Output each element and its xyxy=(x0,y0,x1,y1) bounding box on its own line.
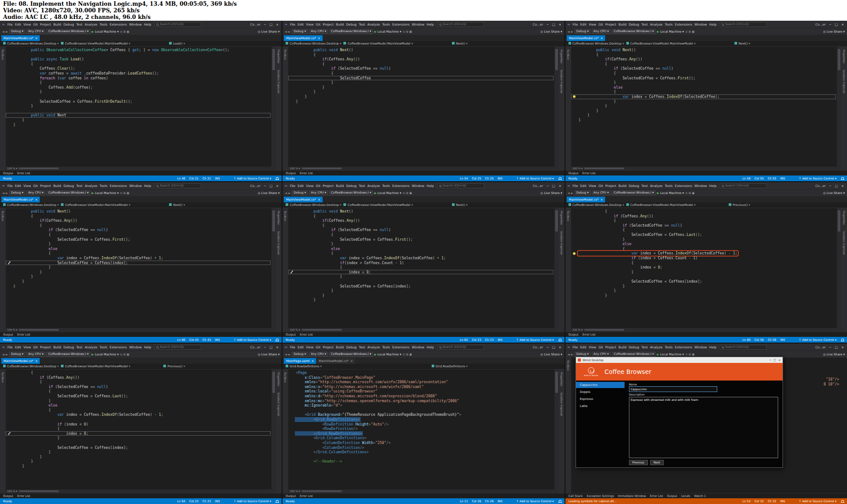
minimize-button[interactable]: ─ xyxy=(828,184,833,188)
vertical-scrollbar[interactable] xyxy=(271,47,276,167)
navigate-forward-icon[interactable]: ► xyxy=(6,30,8,34)
close-tab-icon[interactable]: × xyxy=(600,36,603,41)
menu-view[interactable]: View xyxy=(22,22,32,26)
menu-edit[interactable]: Edit xyxy=(579,345,587,349)
panel-tab-solution-explorer[interactable]: Solution Explorer xyxy=(277,70,280,93)
maximize-button[interactable]: □ xyxy=(833,22,839,26)
previous-button[interactable]: Previous xyxy=(629,460,648,465)
panel-tab-solution-explorer[interactable]: Solution Explorer xyxy=(560,392,563,416)
vertical-scrollbar[interactable] xyxy=(271,370,276,489)
add-to-source-control-button[interactable]: ↑ Add to Source Control ▾ xyxy=(799,177,836,180)
add-to-source-control-button[interactable]: ↑ Add to Source Control ▾ xyxy=(233,338,271,342)
startup-project-dropdown[interactable]: CoffeeBrowser.Windows.I ▾ xyxy=(46,352,90,357)
menu-view[interactable]: View xyxy=(587,184,597,188)
menu-build[interactable]: Build xyxy=(335,345,345,349)
menu-analyze[interactable]: Analyze xyxy=(366,22,381,26)
notifications-bell-icon[interactable] xyxy=(841,177,844,179)
menu-build[interactable]: Build xyxy=(617,22,628,26)
scrollbar-thumb[interactable] xyxy=(555,372,558,393)
panel-tab-toolbox[interactable]: Toolbox xyxy=(284,49,287,60)
configuration-dropdown[interactable]: Debug ▾ xyxy=(575,352,591,357)
breadcrumb-item[interactable]: Next() ▾ xyxy=(452,42,468,45)
minimize-button[interactable]: ─ xyxy=(262,345,267,349)
navigate-forward-icon[interactable]: ► xyxy=(571,191,573,195)
add-to-source-control-button[interactable]: ↑ Add to Source Control ▾ xyxy=(799,500,836,503)
document-tab[interactable]: MainViewModel.cs*× xyxy=(1,35,40,41)
scrollbar-thumb[interactable] xyxy=(272,49,275,70)
menu-file[interactable]: File xyxy=(572,184,579,188)
menu-tools[interactable]: Tools xyxy=(664,22,674,26)
menu-project[interactable]: Project xyxy=(322,345,335,349)
panel-tab[interactable]: Output xyxy=(286,333,296,336)
menu-tools[interactable]: Tools xyxy=(664,184,674,188)
panel-tab-properties[interactable]: Properties xyxy=(560,49,563,63)
panel-tab[interactable]: Output xyxy=(286,172,296,175)
menu-debug[interactable]: Debug xyxy=(62,345,75,349)
scrollbar-thumb[interactable] xyxy=(555,210,558,231)
maximize-button[interactable]: □ xyxy=(268,345,275,349)
panel-tab-solution-explorer[interactable]: Solution Explorer xyxy=(277,392,280,416)
menu-project[interactable]: Project xyxy=(39,22,52,26)
close-tab-icon[interactable]: × xyxy=(350,358,353,364)
menu-window[interactable]: Window xyxy=(410,22,425,26)
menu-test[interactable]: Test xyxy=(75,184,83,188)
name-input[interactable]: Cappuccino xyxy=(629,386,717,392)
zoom-control[interactable]: 100 % ▾ xyxy=(7,490,17,493)
zoom-control[interactable]: 100 % ▾ xyxy=(290,329,300,331)
menu-file[interactable]: File xyxy=(6,22,14,26)
panel-tab-properties[interactable]: Properties xyxy=(843,49,846,63)
navigate-forward-icon[interactable]: ► xyxy=(288,191,290,195)
platform-dropdown[interactable]: Any CPU ▾ xyxy=(592,29,611,34)
menu-window[interactable]: Window xyxy=(128,22,143,26)
close-button[interactable]: × xyxy=(274,184,280,188)
panel-tab[interactable]: Error List xyxy=(300,494,313,498)
panel-tab[interactable]: Call Stack xyxy=(568,494,583,498)
add-to-source-control-button[interactable]: ↑ Add to Source Control ▾ xyxy=(516,338,553,342)
menu-view[interactable]: View xyxy=(587,22,597,26)
notifications-bell-icon[interactable] xyxy=(841,500,844,502)
description-input[interactable]: Espresso with streamed milk and with mil… xyxy=(629,397,778,458)
horizontal-scrollbar[interactable]: 100 % ▾ xyxy=(288,489,558,493)
menu-test[interactable]: Test xyxy=(75,345,83,349)
panel-tab-solution-explorer[interactable]: Solution Explorer xyxy=(560,231,563,255)
live-share-button[interactable]: ◎ Live Share ▾ xyxy=(540,191,562,195)
startup-project-dropdown[interactable]: CoffeeBrowser.Windows.I ▾ xyxy=(612,29,655,34)
live-share-button[interactable]: ◎ Live Share ▾ xyxy=(258,353,279,356)
menu-view[interactable]: View xyxy=(305,184,315,188)
minimize-button[interactable]: ─ xyxy=(828,345,833,349)
document-tab[interactable]: MainViewModel.cs*× xyxy=(567,197,605,202)
notifications-bell-icon[interactable] xyxy=(559,500,561,502)
toolbox-panel-strip[interactable]: Toolbox xyxy=(0,208,6,332)
panel-tab-properties[interactable]: Properties xyxy=(843,211,846,225)
menu-test[interactable]: Test xyxy=(358,184,366,188)
maximize-button[interactable]: □ xyxy=(268,184,275,188)
menu-debug[interactable]: Debug xyxy=(628,184,640,188)
notifications-bell-icon[interactable] xyxy=(276,177,279,179)
menu-edit[interactable]: Edit xyxy=(14,22,22,26)
menu-test[interactable]: Test xyxy=(640,345,649,349)
maximize-button[interactable]: □ xyxy=(550,22,557,26)
code-editor[interactable]: { if (Coffees.Any()) { if (SelectedCoffe… xyxy=(6,370,276,489)
menu-edit[interactable]: Edit xyxy=(579,22,587,26)
menu-window[interactable]: Window xyxy=(128,184,143,188)
horizontal-scrollbar[interactable]: 100 % ▾ xyxy=(571,328,841,332)
panel-tab[interactable]: Error List xyxy=(650,494,663,498)
panel-tab[interactable]: Error List xyxy=(300,172,313,175)
breadcrumb-item[interactable]: CoffeeBrowser.Windows.Desktop ▾ xyxy=(286,203,341,207)
menu-test[interactable]: Test xyxy=(358,345,366,349)
maximize-button[interactable]: □ xyxy=(550,184,557,188)
toolbox-panel-strip[interactable]: Toolbox xyxy=(0,370,6,493)
menu-git[interactable]: Git xyxy=(315,184,322,188)
maximize-button[interactable]: □ xyxy=(268,22,275,26)
configuration-dropdown[interactable]: Debug ▾ xyxy=(575,190,591,195)
menu-help[interactable]: Help xyxy=(708,22,718,26)
panel-tab-toolbox[interactable]: Toolbox xyxy=(1,372,4,383)
app-minimize-button[interactable]: ─ xyxy=(769,358,771,362)
breadcrumb-item[interactable]: CoffeeBrowser.ViewModel.MainViewModel ▾ xyxy=(61,203,130,207)
menu-file[interactable]: File xyxy=(6,184,14,188)
search-box[interactable]: Search (Ctrl+Q) xyxy=(720,345,767,350)
configuration-dropdown[interactable]: Debug ▾ xyxy=(292,29,308,34)
toolbar-misc-icons[interactable]: ≡ ⊞ ▣ xyxy=(120,30,129,34)
breadcrumb-item[interactable]: Next() ▾ xyxy=(169,203,185,207)
breadcrumb-item[interactable]: CoffeeBrowser.ViewModel.MainViewModel ▾ xyxy=(61,42,130,45)
